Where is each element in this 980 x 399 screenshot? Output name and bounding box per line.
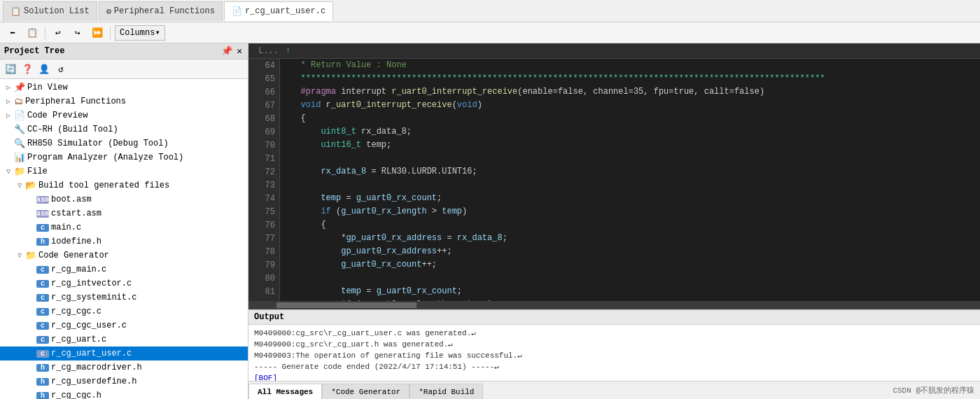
tree-label-code-generator: Code Generator: [38, 251, 109, 260]
tree-label-peripheral: Peripheral Functions: [25, 97, 126, 106]
tree-content[interactable]: ▷ 📌 Pin View ▷ 🗂 Peripheral Functions ▷ …: [0, 79, 248, 399]
output-panel: Output M0409000:cg_src\r_cg_uart_user.c …: [248, 309, 980, 381]
watermark: CSDN @不脱发的程序猿: [892, 382, 980, 399]
code-line-73: [280, 178, 980, 192]
tree-item-main-c[interactable]: c main.c: [0, 220, 248, 234]
tree-help-btn[interactable]: ❓: [20, 62, 35, 77]
toolbar-sep-1: [45, 27, 46, 39]
output-line-2: M0409000:cg_src\r_cg_uart.h was generate…: [254, 339, 974, 350]
tree-item-rh850[interactable]: 🔍 RH850 Simulator (Debug Tool): [0, 136, 248, 150]
code-line-66: #pragma interrupt r_uart0_interrupt_rece…: [280, 85, 980, 99]
code-line-80: [280, 272, 980, 285]
tab-code-generator[interactable]: *Code Generator: [322, 384, 410, 399]
tree-label-file: File: [27, 167, 48, 176]
tree-label-pin-view: Pin View: [27, 83, 68, 92]
tree-item-cc-rh[interactable]: 🔧 CC-RH (Build Tool): [0, 122, 248, 136]
tree-item-r-cg-userdefine[interactable]: h r_cg_userdefine.h: [0, 374, 248, 388]
line-69: 69: [248, 125, 279, 139]
tree-label-r-cg-cgc: r_cg_cgc.c: [51, 307, 102, 316]
tree-item-r-cg-main[interactable]: c r_cg_main.c: [0, 262, 248, 276]
output-line-3: M0409003:The operation of generating fil…: [254, 350, 974, 361]
close-icon[interactable]: ✕: [235, 46, 244, 57]
tree-item-cstart-asm[interactable]: asm cstart.asm: [0, 206, 248, 220]
code-editor-area: L... ↑ 64 65 66 67 68 69 70 71 72 73 74 …: [248, 43, 980, 399]
tree-item-peripheral-functions[interactable]: ▷ 🗂 Peripheral Functions: [0, 94, 248, 108]
tree-item-r-cg-cgc-h[interactable]: h r_cg_cgc.h: [0, 388, 248, 399]
tree-item-r-cg-systeminit[interactable]: c r_cg_systeminit.c: [0, 290, 248, 304]
tree-item-code-preview[interactable]: ▷ 📄 Code Preview: [0, 108, 248, 122]
tree-label-program-analyzer: Program Analyzer (Analyze Tool): [27, 153, 183, 162]
toolbar-btn-redo[interactable]: ↪: [69, 25, 86, 41]
tree-item-r-cg-cgc[interactable]: c r_cg_cgc.c: [0, 304, 248, 318]
tab-solution-list[interactable]: 📋 Solution List: [3, 1, 97, 21]
tree-item-file[interactable]: ▽ 📁 File: [0, 164, 248, 178]
code-line-78: gp_uart0_rx_address++;: [280, 245, 980, 258]
line-73: 73: [248, 178, 279, 192]
code-line-77: *gp_uart0_rx_address = rx_data_8;: [280, 232, 980, 245]
tab-rapid-build[interactable]: *Rapid Build: [410, 384, 483, 399]
line-71: 71: [248, 152, 279, 165]
tab-all-messages-label: All Messages: [258, 388, 313, 396]
output-line-4: ----- Generate code ended (2022/4/17 17:…: [254, 361, 974, 372]
tree-item-r-cg-cgc-user[interactable]: c r_cg_cgc_user.c: [0, 318, 248, 332]
line-78: 78: [248, 245, 279, 258]
tree-item-r-cg-uart[interactable]: c r_cg_uart.c: [0, 332, 248, 346]
watermark-text: CSDN @不脱发的程序猿: [892, 385, 974, 396]
horizontal-scrollbar[interactable]: [248, 301, 980, 309]
output-title: Output: [254, 312, 284, 322]
tree-item-build-tool-files[interactable]: ▽ 📂 Build tool generated files: [0, 178, 248, 192]
expand-build-tool: ▽: [14, 181, 25, 190]
tree-label-r-cg-uart-user: r_cg_uart_user.c: [51, 349, 132, 358]
tree-item-r-cg-uart-user[interactable]: c r_cg_uart_user.c: [0, 346, 248, 360]
tab-all-messages[interactable]: All Messages: [248, 384, 322, 399]
code-line-70: uint16_t temp;: [280, 139, 980, 152]
code-line-79: g_uart0_rx_count++;: [280, 258, 980, 272]
tree-item-boot-asm[interactable]: asm boot.asm: [0, 192, 248, 206]
toolbar-btn-undo[interactable]: ↩: [50, 25, 66, 41]
toolbar-sep-2: [110, 27, 111, 39]
code-editor[interactable]: 64 65 66 67 68 69 70 71 72 73 74 75 76 7…: [248, 59, 980, 301]
project-tree-panel: Project Tree 📌 ✕ 🔄 ❓ 👤 ↺ ▷ 📌 Pin View ▷ …: [0, 43, 248, 399]
code-line-64: * Return Value : None: [280, 59, 980, 72]
line-66: 66: [248, 85, 279, 99]
line-70: 70: [248, 139, 279, 152]
toolbar-btn-1[interactable]: ⬅: [4, 25, 21, 41]
tree-label-iodefine-h: iodefine.h: [51, 237, 102, 246]
code-content[interactable]: * Return Value : None ******************…: [280, 59, 980, 301]
toolbar-btn-3[interactable]: ⏩: [89, 25, 106, 41]
tree-sync-btn[interactable]: 🔄: [3, 62, 18, 77]
tab-r-cg-uart-user[interactable]: 📄 r_cg_uart_user.c: [224, 1, 333, 21]
tree-user-btn[interactable]: 👤: [36, 62, 52, 77]
tree-item-r-cg-macrodriver[interactable]: h r_cg_macrodriver.h: [0, 360, 248, 374]
line-68: 68: [248, 112, 279, 125]
tree-label-r-cg-uart: r_cg_uart.c: [51, 335, 106, 344]
code-line-74: temp = g_uart0_rx_count;: [280, 192, 980, 205]
line-75: 75: [248, 205, 279, 218]
tree-item-r-cg-intvector[interactable]: c r_cg_intvector.c: [0, 276, 248, 290]
columns-button[interactable]: Columns▾: [115, 25, 165, 41]
tree-label-rh850: RH850 Simulator (Debug Tool): [27, 139, 169, 148]
h-scroll-thumb[interactable]: [276, 302, 416, 308]
tree-item-code-generator[interactable]: ▽ 📁 Code Generator: [0, 248, 248, 262]
project-tree-title: Project Tree: [4, 46, 64, 56]
tree-toolbar: 🔄 ❓ 👤 ↺: [0, 59, 248, 79]
tab-peripheral-functions-label: Peripheral Functions: [114, 6, 215, 16]
tree-label-r-cg-macrodriver: r_cg_macrodriver.h: [51, 363, 142, 372]
tree-item-pin-view[interactable]: ▷ 📌 Pin View: [0, 80, 248, 94]
expand-file: ▽: [3, 167, 14, 176]
tab-rapid-build-label: *Rapid Build: [419, 388, 474, 396]
tree-header-icons: 📌 ✕: [220, 46, 244, 57]
project-tree-header: Project Tree 📌 ✕: [0, 43, 248, 59]
tree-item-program-analyzer[interactable]: 📊 Program Analyzer (Analyze Tool): [0, 150, 248, 164]
code-line-75: if (g_uart0_rx_length > temp): [280, 205, 980, 218]
expand-pin-view: ▷: [3, 83, 14, 92]
toolbar-btn-2[interactable]: 📋: [24, 25, 41, 41]
pin-icon[interactable]: 📌: [220, 46, 234, 57]
columns-label: Columns▾: [120, 27, 160, 38]
tree-refresh-btn[interactable]: ↺: [53, 62, 69, 77]
tree-item-iodefine-h[interactable]: h iodefine.h: [0, 234, 248, 248]
tree-label-cc-rh: CC-RH (Build Tool): [27, 125, 118, 134]
tab-peripheral-functions[interactable]: ⚙️ Peripheral Functions: [99, 1, 223, 21]
output-line-1: M0409000:cg_src\r_cg_uart_user.c was gen…: [254, 328, 974, 339]
output-content: M0409000:cg_src\r_cg_uart_user.c was gen…: [248, 325, 980, 381]
